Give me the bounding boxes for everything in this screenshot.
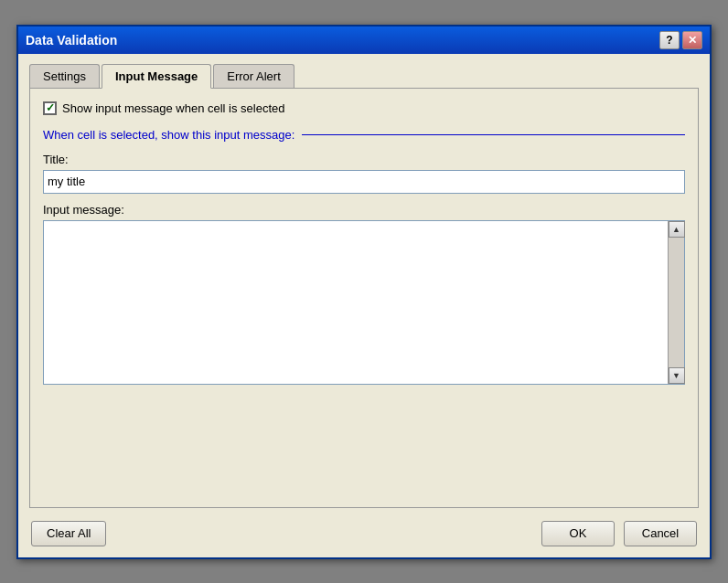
tab-bar: Settings Input Message Error Alert (29, 63, 699, 88)
title-field-label: Title: (43, 153, 685, 166)
tab-error-alert[interactable]: Error Alert (213, 64, 294, 89)
clear-all-button[interactable]: Clear All (31, 521, 106, 546)
show-message-label: Show input message when cell is selected (62, 101, 285, 115)
tab-settings[interactable]: Settings (29, 64, 100, 89)
message-field-label: Input message: (43, 203, 685, 217)
show-message-checkbox-row: Show input message when cell is selected (43, 101, 685, 115)
dialog-title: Data Validation (26, 33, 117, 48)
tab-input-message[interactable]: Input Message (102, 64, 211, 89)
title-bar-buttons: ? ✕ (659, 31, 702, 49)
cancel-button[interactable]: Cancel (624, 521, 697, 546)
dialog-body: Settings Input Message Error Alert Show … (18, 54, 710, 557)
section-label: When cell is selected, show this input m… (43, 128, 685, 142)
scroll-up-button[interactable]: ▲ (669, 221, 685, 238)
scroll-track (669, 238, 684, 367)
dialog-window: Data Validation ? ✕ Settings Input Messa… (16, 25, 712, 559)
message-textarea-wrapper: ▲ ▼ (43, 220, 685, 385)
close-button[interactable]: ✕ (682, 31, 702, 49)
scroll-down-button[interactable]: ▼ (669, 367, 685, 384)
ok-button[interactable]: OK (541, 521, 615, 546)
title-input[interactable] (43, 170, 685, 194)
title-bar: Data Validation ? ✕ (18, 26, 710, 54)
scrollbar-vertical: ▲ ▼ (668, 221, 684, 384)
message-textarea[interactable] (44, 221, 666, 384)
show-message-checkbox[interactable] (43, 101, 57, 115)
help-button[interactable]: ? (659, 31, 680, 49)
tab-content-input-message: Show input message when cell is selected… (29, 88, 699, 508)
footer: Clear All OK Cancel (29, 521, 699, 546)
footer-right-buttons: OK Cancel (541, 521, 697, 546)
